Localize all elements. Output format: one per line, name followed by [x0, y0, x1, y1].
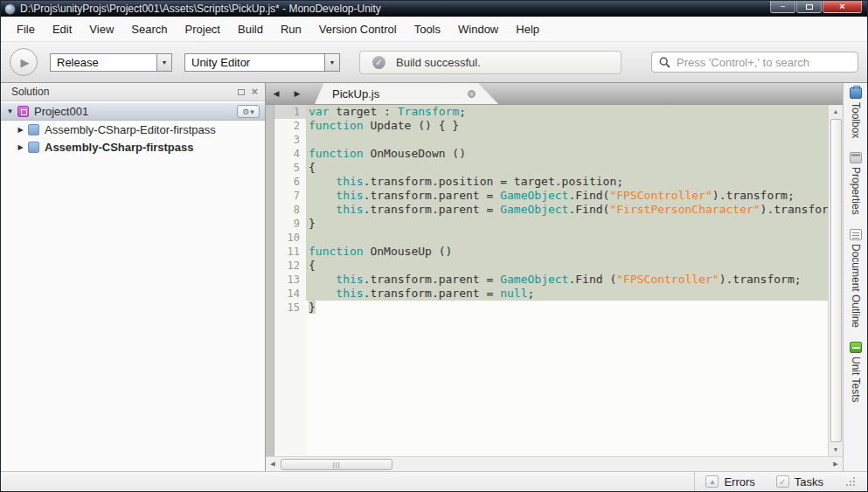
menu-item-view[interactable]: View — [80, 19, 122, 39]
title-bar[interactable]: D:\Projs\unityProjs\Project001\Assets\Sc… — [1, 1, 867, 17]
menu-item-help[interactable]: Help — [507, 19, 548, 39]
tree-node-project001[interactable]: ▼Project001⚙▾ — [1, 103, 265, 121]
fold-margin — [266, 217, 274, 231]
tab-modified-close-icon[interactable] — [468, 90, 476, 98]
code-text: this.transform.parent = GameObject.Find(… — [306, 189, 828, 203]
close-pad-button[interactable]: × — [251, 87, 258, 96]
code-empty-area — [266, 315, 828, 456]
code-line: 15} — [266, 301, 828, 315]
monodevelop-logo-icon — [4, 3, 16, 15]
tree-node-assembly-csharp-editor-firstpass[interactable]: ▶Assembly-CSharp-Editor-firstpass — [1, 121, 265, 138]
fold-margin — [266, 315, 274, 456]
code-token: .Find( — [568, 189, 609, 202]
dock-tab-label: Unit Tests — [850, 357, 862, 402]
code-token: ).transform; — [760, 203, 828, 216]
line-number: 13 — [274, 273, 306, 287]
solution-pad: Solution × ▼Project001⚙▾▶Assembly-CSharp… — [1, 83, 266, 471]
dock-button[interactable] — [238, 89, 245, 95]
tree-node-assembly-csharp-firstpass[interactable]: ▶Assembly-CSharp-firstpass — [1, 138, 265, 156]
expand-icon[interactable]: ▶ — [17, 143, 24, 151]
tab-nav-right-button[interactable]: ▶ — [287, 83, 308, 104]
main-toolbar: ▶ Release ▼ Unity Editor ▼ ✓ Build succe… — [1, 42, 867, 83]
project-icon — [17, 106, 29, 117]
line-number: 5 — [274, 161, 306, 175]
code-token: this — [336, 273, 363, 286]
scroll-right-icon[interactable]: ▶ — [829, 457, 843, 471]
code-token: GameObject — [500, 203, 568, 216]
status-bar: ▲ Errors ✓ Tasks — [1, 471, 867, 491]
menu-item-search[interactable]: Search — [122, 19, 176, 39]
scroll-up-icon[interactable]: ▲ — [829, 105, 843, 118]
menu-item-version-control[interactable]: Version Control — [310, 19, 406, 39]
minimize-button[interactable]: – — [770, 1, 795, 13]
vertical-scrollbar[interactable]: ▲ ▼ — [828, 105, 843, 456]
horizontal-scrollbar[interactable]: ◀ ||| ▶ — [266, 456, 843, 471]
menu-item-project[interactable]: Project — [177, 19, 229, 39]
search-icon — [659, 57, 670, 68]
horizontal-scrollbar-thumb[interactable]: ||| — [281, 459, 392, 470]
run-target-dropdown[interactable]: Unity Editor ▼ — [184, 53, 340, 72]
tab-pickup-js[interactable]: PickUp.js — [315, 83, 498, 104]
dock-tab-toolbox[interactable]: Toolbox — [850, 87, 862, 138]
close-button[interactable]: × — [823, 1, 862, 13]
fold-margin — [266, 301, 274, 315]
menu-item-file[interactable]: File — [8, 19, 44, 39]
tab-label: PickUp.js — [332, 87, 468, 100]
dock-tab-properties[interactable]: Properties — [850, 152, 862, 215]
collapse-icon[interactable]: ▼ — [6, 107, 14, 115]
code-token: this — [336, 287, 363, 300]
monodevelop-window: D:\Projs\unityProjs\Project001\Assets\Sc… — [0, 0, 868, 492]
scroll-down-icon[interactable]: ▼ — [829, 443, 843, 456]
code-token: var — [309, 105, 329, 118]
scroll-left-icon[interactable]: ◀ — [266, 457, 280, 471]
assembly-icon — [28, 124, 39, 135]
code-text: { — [306, 259, 828, 273]
line-number: 2 — [274, 119, 306, 133]
close-icon: × — [251, 87, 258, 96]
resize-grip[interactable] — [846, 477, 855, 486]
dock-icon — [238, 89, 245, 95]
build-status-text: Build successful. — [396, 56, 481, 69]
expand-icon[interactable]: ▶ — [17, 126, 24, 134]
node-options-button[interactable]: ⚙▾ — [237, 105, 260, 118]
close-icon: × — [839, 3, 844, 10]
fold-margin — [266, 147, 274, 161]
thumb-grip-icon: ||| — [332, 461, 340, 468]
code-token: ; — [527, 287, 534, 300]
fold-margin — [266, 119, 274, 133]
dock-tab-unit-tests[interactable]: Unit Tests — [850, 342, 862, 402]
solution-pad-header: Solution × — [1, 83, 265, 101]
solution-pad-title: Solution — [11, 86, 232, 98]
configuration-dropdown[interactable]: Release ▼ — [50, 53, 172, 72]
build-status-bar[interactable]: ✓ Build successful. — [359, 51, 621, 74]
code-text: } — [306, 217, 828, 231]
code-line: 14 this.transform.parent = null; — [266, 287, 828, 301]
run-button[interactable]: ▶ — [10, 48, 38, 76]
code-text — [306, 133, 828, 147]
code-token: ).transform; — [712, 189, 795, 202]
code-token: "FPSController" — [616, 273, 719, 286]
line-number: 6 — [274, 175, 306, 189]
menu-item-edit[interactable]: Edit — [44, 19, 80, 39]
code-editor[interactable]: 1var target : Transform;2function Update… — [266, 105, 828, 456]
code-token: .transform.parent = — [364, 287, 501, 300]
maximize-button[interactable] — [796, 1, 822, 13]
vertical-scrollbar-thumb[interactable] — [830, 119, 842, 442]
chevron-down-icon: ▼ — [156, 54, 171, 71]
menu-item-tools[interactable]: Tools — [406, 19, 449, 39]
menu-item-run[interactable]: Run — [272, 19, 310, 39]
tab-nav-left-button[interactable]: ◀ — [266, 83, 287, 104]
menu-item-window[interactable]: Window — [449, 19, 507, 39]
line-number: 7 — [274, 189, 306, 203]
tasks-pad-button[interactable]: ✓ Tasks — [776, 475, 823, 489]
dock-tab-document-outline[interactable]: Document Outline — [850, 229, 862, 328]
code-token: "FPSController" — [609, 189, 712, 202]
search-input[interactable]: Press 'Control+,' to search — [651, 52, 858, 73]
right-dock-strip: ToolboxPropertiesDocument OutlineUnit Te… — [843, 83, 867, 471]
menu-item-build[interactable]: Build — [229, 19, 272, 39]
tree-node-label: Assembly-CSharp-firstpass — [45, 141, 194, 154]
errors-pad-button[interactable]: ▲ Errors — [705, 475, 754, 489]
line-number: 8 — [274, 203, 306, 217]
code-token — [309, 189, 336, 202]
code-token: OnMouseUp () — [364, 245, 453, 258]
